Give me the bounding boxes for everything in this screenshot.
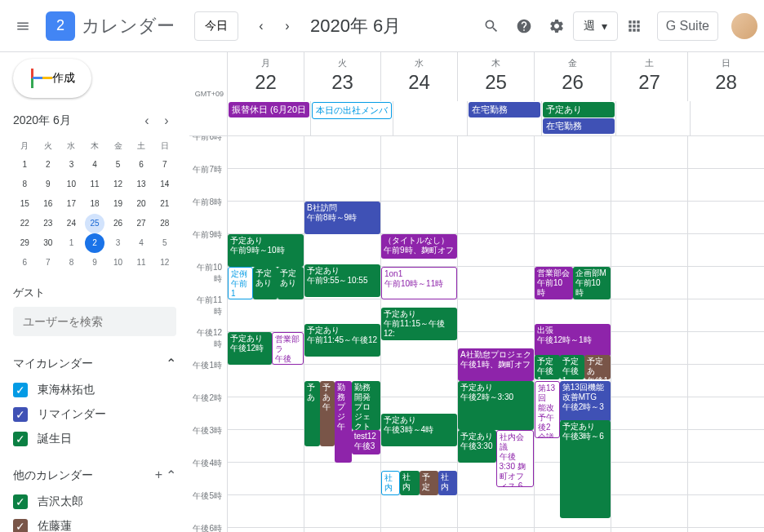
day-header[interactable]: 水24 <box>380 52 457 101</box>
calendar-event[interactable]: 予定あ午後1 <box>584 355 611 379</box>
mini-day[interactable]: 12 <box>109 175 128 194</box>
day-header[interactable]: 木25 <box>457 52 534 101</box>
mini-day[interactable]: 1 <box>61 233 81 253</box>
calendar-event[interactable]: 予あ <box>304 381 320 446</box>
calendar-event[interactable]: 営業部会午前10時 <box>535 267 573 299</box>
allday-cell[interactable]: 本日の出社メンバ <box>310 101 393 135</box>
calendar-event[interactable]: 予定午後1 <box>535 355 560 379</box>
mini-day[interactable]: 2 <box>85 233 104 253</box>
allday-cell[interactable] <box>615 101 690 135</box>
day-header[interactable]: 金26 <box>534 52 611 101</box>
mini-day[interactable]: 7 <box>38 253 58 273</box>
mini-day[interactable]: 6 <box>15 253 34 273</box>
checkbox-icon[interactable]: ✓ <box>13 383 28 397</box>
mini-day[interactable]: 14 <box>155 175 175 194</box>
mini-day[interactable]: 3 <box>109 233 128 253</box>
mini-day[interactable]: 29 <box>15 233 34 253</box>
calendar-event[interactable]: （タイトルなし）午前9時、麹町オフ <box>381 234 457 259</box>
calendar-event[interactable]: 予定あり午後3時～6 <box>560 420 611 518</box>
mini-day[interactable]: 17 <box>61 194 81 214</box>
calendar-item[interactable]: ✓佐藤蓮 <box>13 514 176 532</box>
day-column[interactable] <box>611 136 687 532</box>
calendar-event[interactable]: 予定あり午後2時～3:30 <box>458 381 534 430</box>
mini-day[interactable]: 21 <box>155 194 175 214</box>
calendar-item[interactable]: ✓誕生日 <box>13 427 176 451</box>
allday-event[interactable]: 在宅勤務 <box>469 102 540 117</box>
allday-cell[interactable]: 振替休日 (6月20日 <box>227 101 310 135</box>
day-column[interactable]: A社勤怠プロジェク午後1時、麹町オフ予定あり午後2時～3:30予定あり午後3:3… <box>457 136 534 532</box>
view-selector[interactable]: 週▾ <box>573 11 618 41</box>
mini-day[interactable]: 27 <box>131 214 151 233</box>
search-icon[interactable] <box>475 10 508 42</box>
guest-search-input[interactable] <box>13 307 176 336</box>
calendar-event[interactable]: 予定あり <box>253 267 278 299</box>
mini-day[interactable]: 20 <box>131 194 151 214</box>
calendar-event[interactable]: 定例午前1 <box>228 267 253 299</box>
my-calendars-header[interactable]: マイカレンダー⌃ <box>13 349 176 378</box>
mini-day[interactable]: 7 <box>155 155 175 175</box>
calendar-event[interactable]: 予定 <box>420 471 438 495</box>
allday-event[interactable]: 本日の出社メンバ <box>312 102 392 119</box>
day-header[interactable]: 月22 <box>227 52 304 101</box>
calendar-event[interactable]: 社内 <box>381 471 400 495</box>
mini-day[interactable]: 11 <box>131 253 151 273</box>
mini-day[interactable]: 1 <box>15 155 34 175</box>
allday-event[interactable]: 在宅勤務 <box>543 118 615 134</box>
mini-day[interactable]: 6 <box>131 155 151 175</box>
mini-day[interactable]: 4 <box>85 155 104 175</box>
mini-day[interactable]: 26 <box>109 214 128 233</box>
mini-next-button[interactable]: › <box>157 111 176 131</box>
day-header[interactable]: 火23 <box>304 52 380 101</box>
mini-day[interactable]: 25 <box>85 214 104 233</box>
day-column[interactable]: B社訪問午前8時～9時予定あり午前9:55～10:55予定あり午前11:45～午… <box>304 136 380 532</box>
allday-cell[interactable]: 在宅勤務 <box>467 101 541 135</box>
mini-day[interactable]: 8 <box>15 175 34 194</box>
mini-day[interactable]: 18 <box>85 194 104 214</box>
calendar-event[interactable]: 予定あり午前11:15～午後12: <box>381 308 457 340</box>
calendar-event[interactable]: 1on1午前10時～11時 <box>381 267 457 299</box>
mini-day[interactable]: 4 <box>131 233 151 253</box>
calendar-event[interactable]: 社内 <box>400 471 419 495</box>
settings-icon[interactable] <box>540 10 573 42</box>
user-avatar[interactable] <box>731 13 757 39</box>
calendar-event[interactable]: 予定あり午前11:45～午後12 <box>304 324 380 357</box>
checkbox-icon[interactable]: ✓ <box>13 519 28 532</box>
calendar-event[interactable]: 社内会議午後3:30 麹町オフィス-6 <box>496 430 535 487</box>
calendar-event[interactable]: 予定あり午前9時～10時 <box>228 234 304 267</box>
help-icon[interactable] <box>508 10 540 42</box>
mini-day[interactable]: 22 <box>15 214 34 233</box>
day-header[interactable]: 日28 <box>687 52 764 101</box>
add-calendar-icon[interactable]: + <box>155 468 162 483</box>
mini-day[interactable]: 10 <box>109 253 128 273</box>
day-column[interactable] <box>687 136 764 532</box>
mini-day[interactable]: 11 <box>85 175 104 194</box>
calendar-event[interactable]: 予定午後1 <box>560 355 585 379</box>
mini-day[interactable]: 9 <box>38 175 58 194</box>
next-week-button[interactable]: › <box>274 13 300 39</box>
day-header[interactable]: 土27 <box>611 52 687 101</box>
calendar-event[interactable]: A社勤怠プロジェク午後1時、麹町オフ <box>458 348 534 381</box>
calendar-event[interactable]: 出張午後12時～1時 <box>535 324 611 357</box>
calendar-event[interactable]: test12午後3 <box>352 430 380 454</box>
calendar-event[interactable]: 第13回能改予午後2 会議予 <box>535 381 560 438</box>
calendar-event[interactable]: 予定あり午後3時～4時 <box>381 414 457 446</box>
apps-icon[interactable] <box>618 10 651 42</box>
checkbox-icon[interactable]: ✓ <box>13 432 28 446</box>
mini-day[interactable]: 10 <box>61 175 81 194</box>
calendar-event[interactable]: 予定あり午前9:55～10:55 <box>304 264 380 297</box>
mini-day[interactable]: 24 <box>61 214 81 233</box>
mini-day[interactable]: 5 <box>109 155 128 175</box>
calendar-event[interactable]: 勤務開発プロジェクト <box>352 381 380 430</box>
calendar-event[interactable]: 営業部ラ午後12時 <box>272 332 304 365</box>
day-column[interactable]: 営業部会午前10時企画部M午前10時出張午後12時～1時予定午後1予定午後1予定… <box>534 136 611 532</box>
allday-event[interactable]: 振替休日 (6月20日 <box>229 102 309 117</box>
create-button[interactable]: 作成 <box>13 59 91 98</box>
calendar-item[interactable]: ✓東海林拓也 <box>13 378 176 402</box>
mini-day[interactable]: 15 <box>15 194 34 214</box>
menu-button[interactable] <box>7 10 39 42</box>
calendar-event[interactable]: 予定あり <box>278 267 304 299</box>
calendar-event[interactable]: 予定あり午後3:30 <box>458 430 496 463</box>
gsuite-button[interactable]: G Suite <box>657 11 718 41</box>
mini-prev-button[interactable]: ‹ <box>137 111 157 131</box>
allday-event[interactable]: 予定あり <box>543 102 615 117</box>
